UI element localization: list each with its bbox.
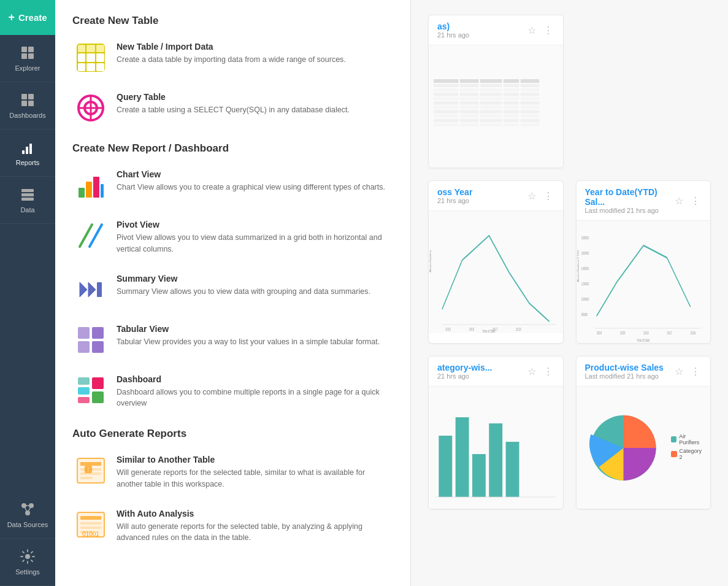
- sidebar-item-reports[interactable]: Reports: [0, 129, 55, 177]
- report-card-3-preview: AutoSalesYTD 180000 160000 140000 120000…: [577, 220, 711, 343]
- svg-rect-6: [21, 101, 27, 106]
- svg-text:2024: 2024: [596, 331, 601, 335]
- explorer-label: Explorer: [15, 64, 40, 72]
- query-table-text: Query Table Create a table using a SELEC…: [117, 92, 350, 116]
- tabular-view-desc: Tabular View provides you a way to list …: [117, 336, 380, 348]
- auto-analysis-text: With Auto Analysis Will auto generate re…: [117, 509, 391, 544]
- svg-rect-81: [460, 88, 478, 91]
- svg-rect-33: [86, 63, 95, 71]
- svg-rect-27: [86, 45, 95, 52]
- svg-rect-119: [521, 119, 539, 122]
- svg-rect-75: [434, 84, 459, 87]
- svg-rect-48: [78, 327, 90, 339]
- svg-rect-58: [80, 462, 101, 466]
- query-table-title: Query Table: [117, 92, 350, 102]
- report-card-4-header: ategory-wis... 21 hrs ago ☆ ⋮: [429, 357, 563, 386]
- sidebar: + Create Explorer Dashboards: [0, 0, 55, 586]
- svg-rect-117: [480, 119, 502, 122]
- svg-rect-147: [456, 417, 469, 497]
- svg-rect-82: [480, 88, 502, 91]
- report-card-1-star[interactable]: ☆: [526, 23, 537, 37]
- svg-text:180000: 180000: [581, 236, 589, 240]
- svg-rect-114: [521, 115, 539, 118]
- svg-rect-0: [21, 47, 27, 52]
- sidebar-item-dashboards[interactable]: Dashboards: [0, 82, 55, 129]
- reports-icon: [20, 139, 36, 155]
- report-card-5-more[interactable]: ⋮: [689, 364, 702, 379]
- create-button[interactable]: + Create: [0, 0, 55, 35]
- menu-item-similar-table[interactable]: ↑ Similar to Another Table Will generate…: [72, 451, 393, 494]
- menu-item-summary-view[interactable]: Summary View Summary View allows you to …: [72, 270, 393, 309]
- chart-view-desc: Chart View allows you to create a graphi…: [117, 182, 385, 193]
- svg-rect-108: [504, 110, 519, 114]
- menu-item-chart-view[interactable]: Chart View Chart View allows you to crea…: [72, 166, 393, 205]
- svg-text:2017: 2017: [667, 331, 672, 335]
- svg-rect-70: [434, 79, 459, 83]
- report-card-1-more[interactable]: ⋮: [542, 23, 554, 37]
- report-card-2: oss Year 21 hrs ago ☆ ⋮ AutoSales 2015: [428, 180, 564, 344]
- menu-item-auto-analysis[interactable]: 01001 With Auto Analysis Will auto gener…: [72, 505, 393, 548]
- svg-rect-52: [78, 377, 90, 385]
- report-card-5-star[interactable]: ☆: [673, 364, 684, 379]
- report-card-3: Year to Date(YTD) Sal... Last modified 2…: [576, 180, 711, 344]
- svg-rect-8: [22, 150, 25, 154]
- report-card-5-actions: ☆ ⋮: [673, 364, 702, 379]
- report-card-4-meta: 21 hrs ago: [437, 372, 492, 380]
- svg-rect-56: [92, 391, 104, 403]
- report-card-5-header: Product-wise Sales Last modified 21 hrs …: [577, 357, 711, 386]
- svg-rect-13: [21, 198, 34, 201]
- report-card-3-header: Year to Date(YTD) Sal... Last modified 2…: [577, 181, 711, 220]
- report-card-4-star[interactable]: ☆: [526, 364, 537, 379]
- report-card-4-preview: [429, 386, 563, 509]
- svg-rect-53: [92, 377, 104, 389]
- sidebar-item-data-sources[interactable]: Data Sources: [0, 492, 55, 539]
- svg-text:2016: 2016: [469, 327, 474, 331]
- section1-title: Create New Table: [72, 15, 393, 27]
- svg-text:2016: 2016: [643, 331, 648, 335]
- report-card-3-star[interactable]: ☆: [673, 194, 684, 208]
- report-card-2-preview: AutoSales 2015 2016 2017 2018 Year of Da…: [429, 210, 563, 333]
- report-card-1-actions: ☆ ⋮: [526, 23, 554, 37]
- report-card-1-title: as): [437, 21, 469, 31]
- svg-rect-83: [504, 88, 519, 91]
- svg-rect-124: [521, 123, 539, 126]
- svg-rect-103: [504, 106, 519, 109]
- report-card-2-more[interactable]: ⋮: [542, 189, 554, 203]
- report-card-5: Product-wise Sales Last modified 21 hrs …: [576, 356, 711, 509]
- menu-item-new-table[interactable]: New Table / Import Data Create a data ta…: [72, 38, 393, 77]
- svg-rect-73: [504, 79, 519, 83]
- similar-table-title: Similar to Another Table: [117, 455, 391, 465]
- svg-rect-118: [504, 119, 519, 122]
- dashboard-icon: [75, 374, 107, 406]
- svg-rect-47: [97, 282, 102, 297]
- create-label: Create: [18, 12, 47, 23]
- tabular-view-icon: [75, 324, 107, 356]
- svg-rect-109: [521, 110, 539, 114]
- new-table-desc: Create a data table by importing data fr…: [117, 54, 346, 66]
- sidebar-item-explorer[interactable]: Explorer: [0, 35, 55, 82]
- report-card-3-more[interactable]: ⋮: [689, 194, 702, 208]
- menu-item-query-table[interactable]: Query Table Create a table using a SELEC…: [72, 88, 393, 128]
- menu-item-tabular-view[interactable]: Tabular View Tabular View provides you a…: [72, 320, 393, 360]
- svg-rect-67: [80, 526, 101, 529]
- svg-rect-79: [521, 84, 539, 87]
- svg-rect-30: [86, 53, 95, 62]
- svg-rect-71: [460, 79, 478, 83]
- report-card-3-actions: ☆ ⋮: [673, 194, 702, 208]
- sidebar-item-data[interactable]: Data: [0, 177, 55, 224]
- sidebar-item-settings[interactable]: Settings: [0, 539, 55, 586]
- menu-item-pivot-view[interactable]: Pivot View Pivot View allows you to view…: [72, 216, 393, 259]
- report-card-2-star[interactable]: ☆: [526, 189, 537, 203]
- svg-text:01001: 01001: [82, 531, 99, 538]
- svg-rect-113: [504, 115, 519, 118]
- svg-rect-116: [460, 119, 478, 122]
- svg-rect-49: [78, 341, 90, 353]
- svg-rect-101: [460, 106, 478, 109]
- report-card-2-header: oss Year 21 hrs ago ☆ ⋮: [429, 181, 563, 210]
- svg-rect-26: [78, 45, 85, 52]
- svg-rect-106: [460, 110, 478, 114]
- svg-text:80000: 80000: [581, 312, 588, 317]
- data-icon: [20, 187, 36, 202]
- menu-item-dashboard[interactable]: Dashboard Dashboard allows you to combin…: [72, 371, 393, 414]
- report-card-4-more[interactable]: ⋮: [542, 364, 554, 379]
